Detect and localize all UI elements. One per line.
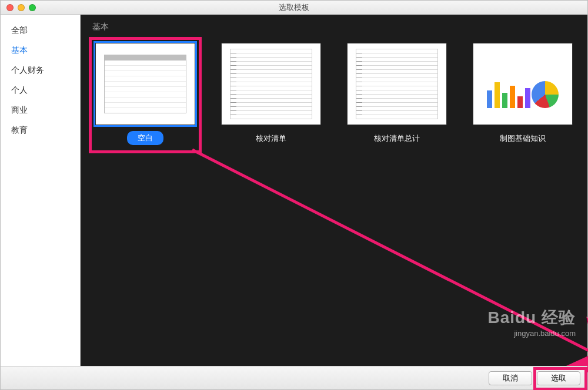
svg-line-0 xyxy=(192,150,588,361)
cancel-button[interactable]: 取消 xyxy=(489,371,532,385)
template-label: 制图基础知识 xyxy=(500,133,546,144)
watermark-brand: Baidu 经验 xyxy=(487,307,576,329)
template-card-checklist[interactable]: 核对清单 xyxy=(218,43,324,144)
template-thumb xyxy=(347,43,447,125)
sidebar-item-business[interactable]: 商业 xyxy=(1,100,80,120)
main-panel: 基本 空白 核对清单 xyxy=(81,15,587,366)
template-grid: 空白 核对清单 核对清单总计 xyxy=(81,37,587,151)
annotation-arrow-icon xyxy=(186,144,588,379)
template-card-checklist-total[interactable]: 核对清单总计 xyxy=(344,43,450,144)
template-thumb xyxy=(95,43,195,125)
choose-button[interactable]: 选取 xyxy=(537,371,580,385)
sidebar-item-personal[interactable]: 个人 xyxy=(1,80,80,100)
template-card-charting-basics[interactable]: 制图基础知识 xyxy=(470,43,576,144)
sidebar: 全部 基本 个人财务 个人 商业 教育 xyxy=(1,15,81,366)
template-label: 核对清单 xyxy=(256,133,286,144)
template-label: 空白 xyxy=(127,131,163,145)
sidebar-item-all[interactable]: 全部 xyxy=(1,21,80,41)
sidebar-item-basic[interactable]: 基本 xyxy=(1,41,80,60)
window-title: 选取模板 xyxy=(1,2,587,13)
footer: 取消 选取 xyxy=(1,366,587,389)
template-label: 核对清单总计 xyxy=(374,133,420,144)
template-card-blank[interactable]: 空白 xyxy=(92,43,198,145)
watermark: Baidu 经验 jingyan.baidu.com xyxy=(487,307,576,338)
sidebar-item-education[interactable]: 教育 xyxy=(1,120,80,140)
window-body: 全部 基本 个人财务 个人 商业 教育 基本 空白 xyxy=(1,15,587,366)
sidebar-item-personal-finance[interactable]: 个人财务 xyxy=(1,60,80,80)
template-thumb xyxy=(473,43,573,125)
section-title: 基本 xyxy=(81,15,587,37)
watermark-url: jingyan.baidu.com xyxy=(487,329,576,338)
titlebar[interactable]: 选取模板 xyxy=(1,1,587,15)
template-thumb xyxy=(221,43,321,125)
template-chooser-window: 选取模板 全部 基本 个人财务 个人 商业 教育 基本 空白 xyxy=(0,0,588,390)
